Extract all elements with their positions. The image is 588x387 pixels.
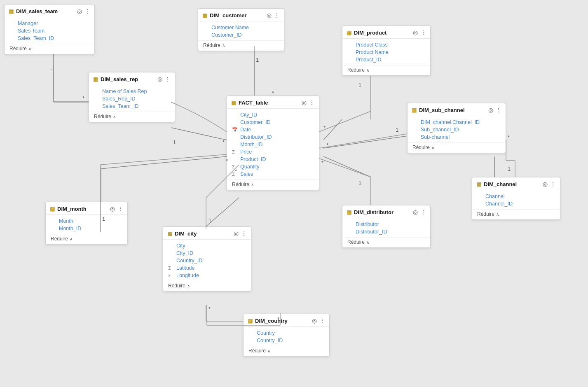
more-icon[interactable]: ⋮ (84, 8, 90, 14)
table-actions[interactable]: ◎ ⋮ (157, 76, 171, 82)
reduce-button-dim-city[interactable]: Réduire ∧ (163, 281, 251, 291)
eye-icon[interactable]: ◎ (413, 209, 418, 215)
eye-icon[interactable]: ◎ (110, 205, 115, 212)
more-icon[interactable]: ⋮ (319, 317, 325, 324)
reduce-button-dim-sales-team[interactable]: Réduire ∧ (5, 44, 94, 54)
reduce-button-dim-sub-channel[interactable]: Réduire ∧ (408, 142, 506, 153)
chevron-icon: ∧ (187, 284, 190, 288)
table-dim-sales-team: ▦ DIM_sales_team ◎ ⋮ Manager Sales Team … (4, 4, 95, 54)
more-icon[interactable]: ⋮ (274, 12, 280, 19)
svg-text:·: · (51, 66, 53, 72)
svg-text:*: * (321, 160, 323, 166)
reduce-button-dim-sales-rep[interactable]: Réduire ∧ (89, 112, 175, 122)
table-actions[interactable]: ◎ ⋮ (543, 181, 556, 187)
field-distributor: Distributor (342, 221, 430, 228)
table-fields: DIM_channel.Channel_ID Sub_channel_ID Su… (408, 116, 506, 142)
table-actions[interactable]: ◎ ⋮ (312, 317, 325, 324)
eye-icon[interactable]: ◎ (488, 107, 493, 113)
eye-icon[interactable]: ◎ (543, 181, 548, 187)
table-fields: City_ID Customer_ID 📅 Date Distributor_I… (227, 109, 319, 179)
table-icon: ▦ (248, 318, 253, 324)
field-sales-team-id: Sales_Team_ID (5, 35, 94, 42)
field-city-id: City_ID (227, 111, 319, 119)
table-header-fact-table: ▦ FACT_table ◎ ⋮ (227, 96, 319, 109)
more-icon[interactable]: ⋮ (420, 209, 426, 215)
chevron-icon: ∧ (366, 240, 369, 245)
table-header-dim-month: ▦ DIM_month ◎ ⋮ (46, 202, 127, 215)
table-actions[interactable]: ◎ ⋮ (267, 12, 280, 19)
svg-line-11 (323, 156, 371, 177)
chevron-icon: ∧ (70, 237, 73, 241)
svg-text:*: * (508, 134, 510, 140)
table-header-dim-channel: ▦ DIM_channel ◎ ⋮ (472, 177, 560, 190)
svg-text:1: 1 (256, 57, 259, 63)
reduce-button-fact-table[interactable]: Réduire ∧ (227, 180, 319, 190)
eye-icon[interactable]: ◎ (77, 8, 82, 14)
more-icon[interactable]: ⋮ (165, 76, 171, 82)
table-icon: ▦ (476, 181, 481, 187)
table-header-dim-sales-team: ▦ DIM_sales_team ◎ ⋮ (5, 5, 94, 17)
eye-icon[interactable]: ◎ (413, 29, 418, 36)
reduce-button-dim-distributor[interactable]: Réduire ∧ (342, 237, 430, 247)
field-date: 📅 Date (227, 126, 319, 133)
svg-text:*: * (82, 95, 84, 101)
field-sub-channel-id: Sub_channel_ID (408, 126, 506, 133)
more-icon[interactable]: ⋮ (117, 205, 123, 212)
table-dim-distributor: ▦ DIM_distributor ◎ ⋮ Distributor Distri… (342, 205, 431, 248)
svg-text:1: 1 (358, 82, 361, 88)
table-actions[interactable]: ◎ ⋮ (413, 209, 426, 215)
field-product-id: Product_ID (342, 56, 430, 63)
eye-icon[interactable]: ◎ (234, 230, 239, 237)
table-icon: ▦ (412, 107, 417, 113)
field-country: Country (244, 329, 329, 337)
chevron-icon: ∧ (113, 114, 116, 119)
field-channel-id: Channel_ID (472, 200, 560, 207)
field-distributor-id: Distributor_ID (342, 228, 430, 235)
reduce-button-dim-customer[interactable]: Réduire ∧ (198, 40, 284, 51)
table-icon: ▦ (347, 209, 351, 215)
table-actions[interactable]: ◎ ⋮ (302, 99, 315, 106)
reduce-button-dim-country[interactable]: Réduire ∧ (244, 346, 329, 356)
field-month: Month (46, 217, 127, 225)
eye-icon[interactable]: ◎ (267, 12, 272, 19)
eye-icon[interactable]: ◎ (302, 99, 307, 106)
field-price: Σ Price (227, 148, 319, 156)
more-icon[interactable]: ⋮ (309, 99, 315, 106)
field-product-class: Product Class (342, 41, 430, 49)
table-actions[interactable]: ◎ ⋮ (488, 107, 501, 113)
more-icon[interactable]: ⋮ (496, 107, 501, 113)
table-fields: Distributor Distributor_ID (342, 218, 430, 236)
field-country-id: Country_ID (244, 337, 329, 344)
field-sales-team-id: Sales_Team_ID (89, 103, 175, 110)
chevron-icon: ∧ (267, 349, 270, 353)
table-header-dim-customer: ▦ DIM_customer ◎ ⋮ (198, 9, 284, 21)
field-month-id: Month_ID (227, 141, 319, 148)
reduce-button-dim-channel[interactable]: Réduire ∧ (472, 209, 560, 219)
more-icon[interactable]: ⋮ (550, 181, 556, 187)
table-actions[interactable]: ◎ ⋮ (110, 205, 123, 212)
reduce-button-dim-month[interactable]: Réduire ∧ (46, 234, 127, 244)
chevron-icon: ∧ (496, 212, 499, 217)
field-manager: Manager (5, 20, 94, 27)
more-icon[interactable]: ⋮ (420, 29, 426, 36)
table-actions[interactable]: ◎ ⋮ (413, 29, 426, 36)
field-country-id: Country_ID (163, 257, 251, 264)
field-sales-team: Sales Team (5, 27, 94, 35)
table-header-dim-product: ▦ DIM_product ◎ ⋮ (342, 26, 430, 39)
table-actions[interactable]: ◎ ⋮ (77, 8, 90, 14)
table-icon: ▦ (50, 206, 55, 212)
table-name-dim-channel: DIM_channel (484, 181, 517, 187)
eye-icon[interactable]: ◎ (157, 76, 162, 82)
table-dim-sales-rep: ▦ DIM_sales_rep ◎ ⋮ Name of Sales Rep Sa… (89, 72, 175, 122)
table-actions[interactable]: ◎ ⋮ (234, 230, 247, 237)
svg-text:1: 1 (508, 166, 511, 172)
more-icon[interactable]: ⋮ (241, 230, 247, 237)
field-longitude: Σ Longitude (163, 272, 251, 279)
field-city: City (163, 242, 251, 249)
svg-text:1: 1 (396, 127, 398, 133)
chevron-icon: ∧ (222, 43, 225, 48)
table-dim-sub-channel: ▦ DIM_sub_channel ◎ ⋮ DIM_channel.Channe… (407, 103, 506, 153)
table-dim-customer: ▦ DIM_customer ◎ ⋮ Customer Name Custome… (198, 8, 284, 51)
eye-icon[interactable]: ◎ (312, 317, 317, 324)
reduce-button-dim-product[interactable]: Réduire ∧ (342, 65, 430, 75)
